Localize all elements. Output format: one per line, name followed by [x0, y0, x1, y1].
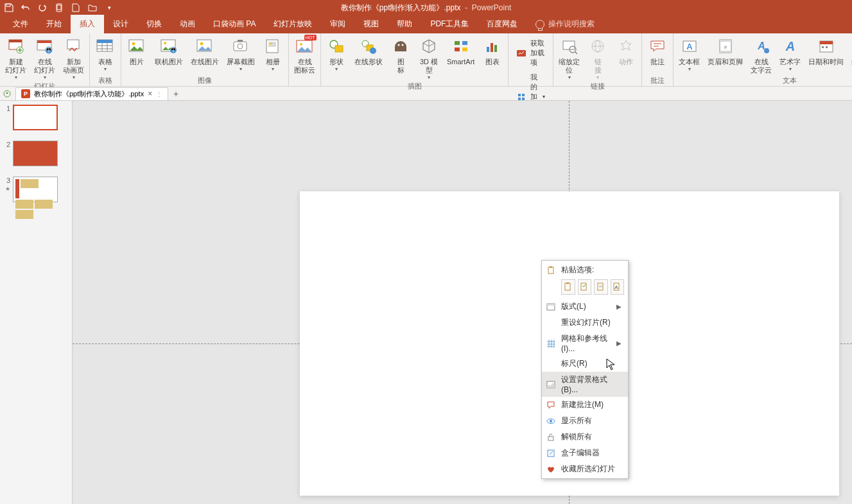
chevron-right-icon: ▶ — [616, 340, 622, 347]
thumbnail-2[interactable]: 2 — [0, 139, 72, 168]
paste-picture-button[interactable] — [594, 279, 608, 295]
slidenumber-button[interactable]: #幻灯片编号 — [849, 35, 852, 76]
svg-rect-36 — [462, 41, 467, 45]
table-button[interactable]: 表格▾ — [92, 35, 118, 73]
photo-album-button[interactable]: 相册▾ — [260, 35, 286, 73]
document-tab[interactable]: P 教你制作《ppt制作渐入功能》.pptx × ⋮ — [15, 87, 168, 100]
link-label: 链接 — [595, 58, 602, 74]
thumbnail-1[interactable]: 1 — [0, 103, 72, 132]
new-tab-button[interactable]: + — [171, 89, 181, 99]
tab-design[interactable]: 设计 — [104, 15, 137, 33]
ctx-box-editor[interactable]: 盒子编辑器 — [542, 445, 628, 461]
datetime-button[interactable]: 日期和时间 — [806, 35, 846, 67]
zoom-button[interactable]: 缩放定位▾ — [556, 35, 582, 82]
ctx-ruler[interactable]: 标尺(R) — [542, 356, 628, 372]
ctx-new-comment[interactable]: 新建批注(M) — [542, 397, 628, 413]
ctx-unlock-all[interactable]: 解锁所有 — [542, 429, 628, 445]
picture-button[interactable]: 图片 — [124, 35, 150, 67]
comment-button[interactable]: 批注 — [645, 35, 670, 67]
ctx-paste-label: 粘贴选项: — [561, 265, 622, 275]
tab-review[interactable]: 审阅 — [321, 15, 354, 33]
tab-pocketanim[interactable]: 口袋动画 PA — [204, 15, 265, 33]
tell-me-search[interactable]: 操作说明搜索 — [526, 15, 604, 33]
quick-access-toolbar: ▾ — [4, 3, 114, 13]
qat-dropdown-icon[interactable]: ▾ — [104, 3, 114, 13]
get-addons-button[interactable]: 获取加载项 — [514, 37, 548, 69]
tab-view[interactable]: 视图 — [354, 15, 388, 33]
tab-pdf[interactable]: PDF工具集 — [421, 15, 478, 33]
tab-slideshow[interactable]: 幻灯片放映 — [265, 15, 321, 33]
tab-home[interactable]: 开始 — [37, 15, 71, 33]
undo-icon[interactable] — [21, 3, 31, 13]
slide-canvas[interactable] — [73, 101, 852, 504]
svg-rect-42 — [517, 50, 526, 56]
tab-help[interactable]: 帮助 — [388, 15, 421, 33]
context-menu: 粘贴选项: A 版式(L) ▶ 重设幻灯片(R) 网格和参考线(I)... ▶ … — [541, 260, 629, 479]
svg-point-32 — [370, 48, 376, 54]
link-button: 链接▾ — [585, 35, 611, 82]
online-slide-button[interactable]: 在线幻灯片▾ — [31, 35, 58, 82]
smartart-button[interactable]: SmartArt — [444, 35, 477, 67]
online-shapes-label: 在线形状 — [354, 58, 383, 66]
ctx-background-format[interactable]: 设置背景格式(B)... — [542, 372, 628, 397]
ctx-show-all[interactable]: 显示所有 — [542, 413, 628, 429]
svg-rect-39 — [487, 47, 489, 52]
touch-mode-icon[interactable] — [54, 3, 64, 13]
paste-dest-theme-button[interactable] — [578, 279, 592, 295]
group-label-table: 表格 — [92, 76, 118, 86]
ctx-reset-slide[interactable]: 重设幻灯片(R) — [542, 315, 628, 331]
svg-rect-59 — [826, 46, 828, 48]
close-tab-icon[interactable]: × — [148, 89, 152, 98]
icons-label: 图标 — [397, 58, 404, 74]
online-shapes-button[interactable]: 在线形状 — [352, 35, 385, 67]
slide-thumbnail-panel[interactable]: 1 2 3★ — [0, 101, 73, 504]
paste-keep-source-button[interactable] — [561, 279, 575, 295]
svg-rect-24 — [268, 42, 276, 47]
group-label-image: 图像 — [124, 76, 286, 86]
ctx-layout[interactable]: 版式(L) ▶ — [542, 299, 628, 315]
new-doc-icon[interactable] — [71, 3, 81, 13]
online-icon-cloud-button[interactable]: HOT在线图标云 — [291, 35, 318, 76]
ctx-favorite-slide[interactable]: 收藏所选幻灯片 — [542, 461, 628, 477]
svg-point-16 — [164, 42, 166, 44]
model3d-button[interactable]: 3D 模型▾ — [416, 35, 442, 82]
tab-transition[interactable]: 切换 — [137, 15, 171, 33]
textbox-button[interactable]: A文本框▾ — [676, 35, 702, 73]
doc-filename: 教你制作《ppt制作渐入功能》.pptx — [341, 3, 461, 12]
redo-icon[interactable] — [37, 3, 48, 13]
ctx-grid-guides[interactable]: 网格和参考线(I)... ▶ — [542, 331, 628, 356]
datetime-label: 日期和时间 — [808, 58, 844, 66]
save-icon[interactable] — [4, 3, 14, 13]
new-anim-page-button[interactable]: 新加动画页▾ — [60, 35, 87, 82]
online-wordcloud-button[interactable]: A在线文字云 — [748, 35, 774, 76]
new-slide-label: 新建幻灯片 — [5, 58, 26, 74]
header-footer-button[interactable]: #页眉和页脚 — [705, 35, 745, 67]
svg-text:A: A — [686, 42, 693, 51]
chart-label: 图表 — [485, 58, 500, 66]
tab-insert[interactable]: 插入 — [71, 15, 104, 33]
svg-rect-8 — [37, 40, 51, 43]
tab-file[interactable]: 文件 — [4, 15, 37, 33]
group-label-comment: 批注 — [645, 76, 670, 86]
online-image-button[interactable]: 在线图片 — [188, 35, 222, 67]
online-picture-button[interactable]: 联机图片 — [152, 35, 186, 67]
wordart-button[interactable]: A艺术字▾ — [777, 35, 803, 73]
shapes-button[interactable]: 形状▾ — [324, 35, 349, 73]
icons-button[interactable]: 图标 — [388, 35, 413, 76]
chart-button[interactable]: 图表 — [480, 35, 505, 67]
online-image-label: 在线图片 — [191, 58, 219, 66]
eye-icon — [546, 416, 556, 426]
svg-text:A: A — [615, 284, 619, 290]
open-folder-icon[interactable] — [87, 3, 98, 13]
new-slide-button[interactable]: 新建幻灯片▾ — [3, 35, 29, 82]
thumbnail-3[interactable]: 3★ — [0, 175, 72, 204]
svg-rect-57 — [820, 41, 833, 44]
tab-menu-icon[interactable]: ⋮ — [156, 91, 162, 98]
screenshot-button[interactable]: 屏幕截图▾ — [224, 35, 257, 73]
tab-animation[interactable]: 动画 — [171, 15, 204, 33]
doc-sync-icon[interactable] — [3, 89, 12, 98]
group-addons: 获取加载项 我的加载项▾ 加载项 — [509, 33, 553, 86]
paste-text-only-button[interactable]: A — [611, 279, 625, 295]
svg-rect-20 — [234, 42, 247, 51]
tab-baidu[interactable]: 百度网盘 — [478, 15, 526, 33]
